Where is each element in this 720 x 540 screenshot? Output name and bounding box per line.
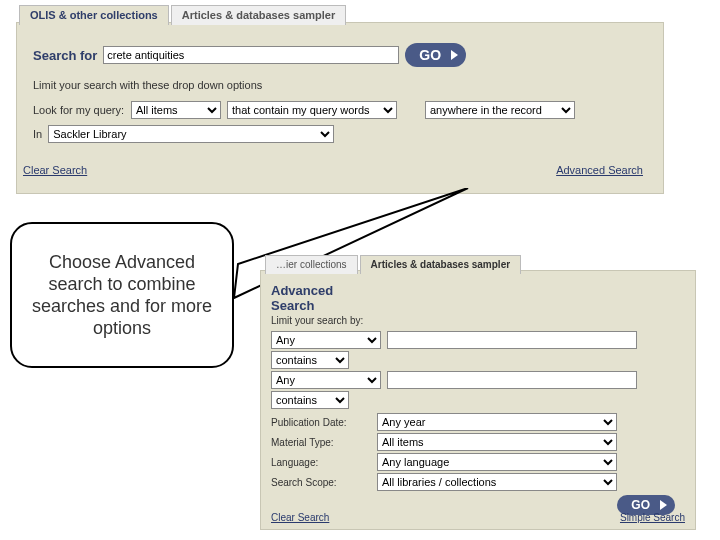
search-scope-label: Search Scope: [271,477,371,488]
chevron-right-icon [660,500,667,510]
in-label: In [33,128,42,140]
advanced-search-link[interactable]: Advanced Search [556,164,643,176]
item-type-select[interactable]: All items [131,101,221,119]
adv-tab-collections[interactable]: …ier collections [265,255,358,274]
pub-date-select[interactable]: Any year [377,413,617,431]
library-select[interactable]: Sackler Library [48,125,334,143]
adv-tab-articles[interactable]: Articles & databases sampler [360,255,522,274]
tab-olis[interactable]: OLIS & other collections [19,5,169,25]
adv-tab-bar: …ier collections Articles & databases sa… [265,255,523,274]
go-button-label: GO [419,47,441,63]
tab-articles[interactable]: Articles & databases sampler [171,5,346,25]
match-mode-select[interactable]: that contain my query words [227,101,397,119]
adv-field-2-select[interactable]: Any [271,371,381,389]
adv-term-1-input[interactable] [387,331,637,349]
simple-search-panel: OLIS & other collections Articles & data… [16,22,664,194]
search-for-label: Search for [33,48,97,63]
advanced-search-panel: …ier collections Articles & databases sa… [260,270,696,530]
clear-search-link[interactable]: Clear Search [23,164,87,176]
advanced-subtitle: Limit your search by: [271,315,363,326]
look-for-label: Look for my query: [33,104,125,116]
callout-bubble: Choose Advanced search to combine search… [10,222,234,368]
pub-date-label: Publication Date: [271,417,371,428]
tab-bar: OLIS & other collections Articles & data… [19,5,348,25]
adv-go-label: GO [631,498,650,512]
material-type-label: Material Type: [271,437,371,448]
language-label: Language: [271,457,371,468]
go-button[interactable]: GO [405,43,466,67]
callout-text: Choose Advanced search to combine search… [24,251,220,339]
adv-clear-link[interactable]: Clear Search [271,512,329,523]
language-select[interactable]: Any language [377,453,617,471]
material-type-select[interactable]: All items [377,433,617,451]
adv-op-2-select[interactable]: contains [271,391,349,409]
advanced-title: Advanced Search [271,283,333,313]
adv-field-1-select[interactable]: Any [271,331,381,349]
chevron-right-icon [451,50,458,60]
limit-hint: Limit your search with these drop down o… [33,79,262,91]
adv-op-1-select[interactable]: contains [271,351,349,369]
adv-term-2-input[interactable] [387,371,637,389]
simple-search-link[interactable]: Simple Search [620,512,685,523]
search-scope-select[interactable]: All libraries / collections [377,473,617,491]
search-input[interactable] [103,46,399,64]
scope-select[interactable]: anywhere in the record [425,101,575,119]
